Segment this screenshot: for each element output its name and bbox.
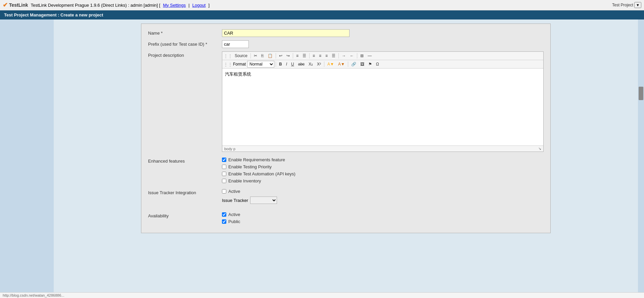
toolbar-flag-icon[interactable]: ⚑ — [367, 61, 374, 68]
availability-label: Availability — [148, 212, 222, 218]
toolbar-special-char-icon[interactable]: Ω — [374, 61, 381, 68]
toolbar-align-left-icon[interactable]: ≡ — [311, 52, 317, 59]
inventory-label: Enable Inventory — [228, 178, 261, 183]
prefix-label: Prefix (used for Test case ID) * — [148, 40, 222, 47]
avail-active-checkbox[interactable] — [222, 212, 226, 217]
toolbar-underline-button[interactable]: U — [289, 61, 296, 68]
requirements-checkbox-item[interactable]: Enable Requirements feature — [222, 157, 544, 162]
format-label: Format — [233, 62, 246, 67]
main-layout: Name * Prefix (used for Test case ID) * … — [0, 19, 644, 297]
logout-link[interactable]: Logout — [192, 3, 206, 8]
editor-text: 汽车租赁系统 — [225, 71, 541, 77]
statusbar-url: http://blog.csdn.net/watan_4286886... — [3, 293, 64, 297]
editor-toolbar-row1: ⋮⋮ Source ✂ ⎘ 📋 ↩ ↪ ≡ ☰ — [222, 52, 543, 60]
inventory-checkbox-item[interactable]: Enable Inventory — [222, 178, 544, 183]
toolbar-indent-icon[interactable]: → — [340, 52, 348, 59]
toolbar-superscript-button[interactable]: X² — [315, 61, 323, 68]
avail-public-checkbox[interactable] — [222, 219, 226, 224]
toolbar-align-center-icon[interactable]: ≡ — [317, 52, 323, 59]
sep2 — [276, 53, 276, 58]
sep7 — [276, 61, 276, 67]
toolbar-hr-icon[interactable]: — — [366, 52, 373, 59]
editor-wrapper-field: ⋮⋮ Source ✂ ⎘ 📋 ↩ ↪ ≡ ☰ — [222, 51, 544, 152]
avail-active-checkbox-item[interactable]: Active — [222, 212, 544, 217]
issue-tracker-select-label: Issue Tracker — [222, 198, 248, 203]
right-scrollbar[interactable] — [638, 19, 644, 297]
toolbar-copy-icon[interactable]: ⎘ — [260, 52, 265, 59]
prefix-field — [222, 40, 544, 48]
toolbar-strikethrough-button[interactable]: abc — [296, 61, 306, 68]
content-area: Name * Prefix (used for Test case ID) * … — [54, 19, 638, 297]
page-titlebar: Test Project Management : Create a new p… — [0, 10, 644, 19]
toolbar-drag-handle2: ⋮⋮ — [224, 62, 232, 67]
toolbar-outdent-icon[interactable]: ← — [348, 52, 356, 59]
prefix-row: Prefix (used for Test case ID) * — [148, 40, 544, 48]
toolbar-align-right-icon[interactable]: ≡ — [324, 52, 329, 59]
toolbar-italic-button[interactable]: I — [284, 61, 289, 68]
requirements-label: Enable Requirements feature — [228, 157, 285, 162]
app-info: TestLink Development Prague 1.9.6 (Direc… — [31, 3, 160, 8]
page-title: Test Project Management : Create a new p… — [4, 12, 103, 17]
toolbar-link-icon[interactable]: 🔗 — [350, 61, 358, 68]
editor-content-area[interactable]: 汽车租赁系统 — [222, 69, 543, 146]
toolbar-undo-icon[interactable]: ↩ — [277, 52, 284, 59]
form-card: Name * Prefix (used for Test case ID) * … — [141, 24, 551, 233]
enhanced-features-checkboxes: Enable Requirements feature Enable Testi… — [222, 157, 544, 183]
toolbar-bold-button[interactable]: B — [277, 61, 284, 68]
availability-row: Availability Active Public — [148, 212, 544, 224]
avail-public-checkbox-item[interactable]: Public — [222, 219, 544, 224]
test-automation-checkbox[interactable] — [222, 172, 226, 176]
my-settings-link[interactable]: My Settings — [163, 3, 186, 8]
description-row: Project description ⋮⋮ Source ✂ ⎘ 📋 ↩ — [148, 51, 544, 152]
sep3 — [293, 53, 293, 58]
format-select[interactable]: Normal Heading 1 Heading 2 Heading 3 — [247, 61, 274, 68]
toolbar-subscript-button[interactable]: X₂ — [307, 61, 315, 68]
test-automation-checkbox-item[interactable]: Enable Test Automation (API keys) — [222, 171, 544, 176]
toolbar-redo-icon[interactable]: ↪ — [285, 52, 291, 59]
sep1: | — [188, 3, 189, 8]
test-automation-label: Enable Test Automation (API keys) — [228, 171, 295, 176]
sep6 — [357, 53, 357, 58]
sep4 — [309, 53, 310, 58]
toolbar-table-icon[interactable]: ⊞ — [359, 52, 365, 59]
issue-tracker-row: Issue Tracker Integration Active Issue T… — [148, 189, 544, 207]
logo: ✔ TestLink — [3, 1, 28, 9]
issue-active-checkbox-item[interactable]: Active — [222, 189, 544, 194]
availability-field: Active Public — [222, 212, 544, 224]
inventory-checkbox[interactable] — [222, 179, 226, 183]
testing-priority-checkbox-item[interactable]: Enable Testing Priority — [222, 164, 544, 169]
editor-path: body p — [224, 147, 235, 151]
toolbar-drag-handle: ⋮⋮ — [224, 53, 232, 58]
topbar-left: ✔ TestLink TestLink Development Prague 1… — [3, 1, 210, 9]
logo-text: TestLink — [9, 2, 28, 8]
requirements-checkbox[interactable] — [222, 158, 226, 162]
editor-resize-handle[interactable]: ↘ — [538, 146, 541, 151]
toolbar-image-icon[interactable]: 🖼 — [359, 61, 366, 68]
toolbar-unordered-list-icon[interactable]: ☰ — [301, 52, 308, 59]
issue-tracker-label: Issue Tracker Integration — [148, 189, 222, 195]
toolbar-font-color-icon[interactable]: A▼ — [326, 61, 336, 68]
testing-priority-checkbox[interactable] — [222, 165, 226, 169]
description-label: Project description — [148, 51, 222, 58]
issue-tracker-select[interactable] — [250, 197, 277, 204]
sep5 — [338, 53, 339, 58]
editor-statusbar: body p ↘ — [222, 146, 543, 152]
toolbar-bg-color-icon[interactable]: A▼ — [336, 61, 347, 68]
issue-tracker-field: Active Issue Tracker — [222, 189, 544, 207]
project-dropdown-button[interactable]: ▼ — [634, 2, 641, 8]
topbar-right: Test Project ▼ — [612, 2, 641, 8]
testing-priority-label: Enable Testing Priority — [228, 164, 272, 169]
prefix-input[interactable] — [222, 40, 249, 48]
availability-checkboxes: Active Public — [222, 212, 544, 224]
toolbar-ordered-list-icon[interactable]: ≡ — [294, 52, 300, 59]
avail-public-label: Public — [228, 219, 240, 224]
toolbar-cut-icon[interactable]: ✂ — [252, 52, 259, 59]
issue-active-checkbox[interactable] — [222, 189, 226, 194]
scroll-handle[interactable] — [639, 87, 643, 100]
testlink-logo-icon: ✔ — [3, 1, 8, 9]
sep9 — [348, 61, 348, 67]
toolbar-align-justify-icon[interactable]: ☰ — [330, 52, 337, 59]
name-input[interactable] — [222, 29, 350, 37]
toolbar-paste-icon[interactable]: 📋 — [266, 52, 274, 59]
toolbar-source-button[interactable]: Source — [233, 52, 249, 59]
